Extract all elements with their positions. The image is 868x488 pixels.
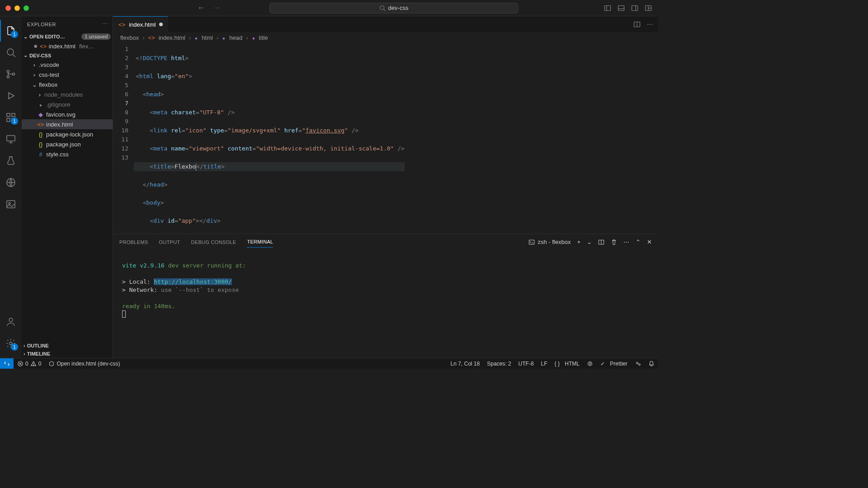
- eol-status[interactable]: LF: [538, 361, 551, 367]
- maximize-window-button[interactable]: [24, 5, 29, 11]
- indentation-status[interactable]: Spaces: 2: [483, 361, 514, 367]
- svg-rect-20: [12, 113, 15, 117]
- chevron-down-icon: ⌄: [32, 81, 37, 88]
- svg-rect-2: [605, 5, 611, 10]
- file-index-html[interactable]: <>index.html: [22, 119, 113, 129]
- close-window-button[interactable]: [5, 5, 11, 11]
- terminal-shell-label[interactable]: zsh - flexbox: [528, 239, 571, 245]
- open-editors-section[interactable]: ⌄ OPEN EDITO… 1 unsaved: [22, 32, 113, 41]
- debug-console-tab[interactable]: DEBUG CONSOLE: [191, 237, 236, 248]
- notifications-icon[interactable]: [645, 361, 658, 367]
- maximize-panel-icon[interactable]: ⌃: [636, 239, 641, 245]
- explorer-more-icon[interactable]: ⋯: [102, 21, 108, 27]
- terminal-more-icon[interactable]: ⋯: [623, 239, 629, 245]
- extensions-badge: 1: [11, 117, 18, 125]
- svg-line-44: [638, 363, 639, 364]
- settings-badge: 1: [11, 343, 18, 351]
- tab-filename: index.html: [129, 21, 156, 28]
- language-mode[interactable]: { } HTML: [551, 361, 583, 367]
- svg-marker-16: [9, 93, 14, 99]
- svg-rect-32: [529, 240, 534, 244]
- run-debug-activity-icon[interactable]: [0, 85, 22, 107]
- split-editor-icon[interactable]: [633, 21, 641, 28]
- accounts-activity-icon[interactable]: [0, 311, 22, 333]
- command-center-search[interactable]: dev-css: [269, 3, 518, 14]
- terminal-tab[interactable]: TERMINAL: [247, 236, 273, 248]
- encoding-status[interactable]: UTF-8: [515, 361, 538, 367]
- layout-sidebar-left-icon[interactable]: [604, 5, 611, 12]
- tab-index-html[interactable]: <> index.html: [113, 16, 168, 32]
- svg-rect-21: [7, 136, 15, 141]
- image-activity-icon[interactable]: [0, 193, 22, 215]
- window-controls: [0, 5, 34, 11]
- feedback-icon[interactable]: [631, 361, 645, 367]
- symbol-icon: ⬥: [194, 34, 198, 41]
- svg-point-28: [9, 318, 13, 322]
- remote-explorer-activity-icon[interactable]: [0, 128, 22, 150]
- layout-panel-bottom-icon[interactable]: [618, 5, 625, 12]
- folder-node-modules[interactable]: ›node_modules: [22, 89, 113, 99]
- chevron-down-icon: ⌄: [24, 52, 28, 58]
- edge-activity-icon[interactable]: [0, 172, 22, 193]
- minimize-window-button[interactable]: [14, 5, 20, 11]
- editor-more-icon[interactable]: ⋯: [647, 21, 653, 28]
- problems-tab[interactable]: PROBLEMS: [119, 237, 148, 248]
- file-style-css[interactable]: #style.css: [22, 149, 113, 159]
- breadcrumb[interactable]: flexbox› <>index.html› ⬥html› ⬥head› ⬥ti…: [113, 32, 658, 43]
- html-file-icon: <>: [37, 121, 44, 128]
- extensions-activity-icon[interactable]: 1: [0, 107, 22, 128]
- code-content: <!DOCTYPE html> <html lang="en"> <head> …: [136, 43, 405, 234]
- problems-status[interactable]: 0 0: [14, 361, 45, 367]
- code-editor[interactable]: 1 2 3 4 5 6 7 8 9 10 11 12 13 <!DOCTYPE …: [113, 43, 658, 234]
- editor-tabs: <> index.html ⋯: [113, 16, 658, 32]
- prettier-status[interactable]: ✓ Prettier: [597, 361, 631, 367]
- nav-back-button[interactable]: ←: [197, 3, 205, 13]
- timeline-section[interactable]: ›TIMELINE: [22, 350, 113, 358]
- svg-point-41: [589, 363, 591, 365]
- layout-sidebar-right-icon[interactable]: [631, 5, 638, 12]
- titlebar: ← → dev-css: [0, 0, 658, 16]
- folder-css-test[interactable]: ›css-test: [22, 70, 113, 80]
- svg-line-12: [13, 55, 16, 57]
- explorer-sidebar: EXPLORER ⋯ ⌄ OPEN EDITO… 1 unsaved ● <> …: [22, 16, 113, 358]
- kill-terminal-icon[interactable]: [611, 239, 617, 245]
- explorer-activity-icon[interactable]: 1: [0, 20, 22, 42]
- project-section[interactable]: ⌄ DEV-CSS: [22, 51, 113, 60]
- terminal-dropdown-icon[interactable]: ⌄: [587, 239, 592, 245]
- chevron-right-icon: ›: [32, 61, 37, 68]
- command-center-text: dev-css: [388, 5, 409, 11]
- search-activity-icon[interactable]: [0, 42, 22, 63]
- open-editor-filename: index.html: [49, 43, 75, 50]
- open-editor-item[interactable]: ● <> index.html flex…: [22, 41, 113, 51]
- cursor-position[interactable]: Ln 7, Col 18: [447, 361, 483, 367]
- svg-point-27: [9, 202, 10, 204]
- file-favicon[interactable]: ◆favicon.svg: [22, 109, 113, 119]
- nav-forward-button[interactable]: →: [212, 3, 221, 13]
- live-preview-icon[interactable]: [583, 361, 597, 367]
- new-terminal-icon[interactable]: +: [577, 239, 580, 245]
- terminal-cursor: [122, 310, 126, 318]
- chevron-right-icon: ›: [37, 91, 42, 98]
- open-file-status[interactable]: Open index.html (dev-css): [45, 361, 123, 367]
- output-tab[interactable]: OUTPUT: [159, 237, 180, 248]
- file-gitignore[interactable]: ⬥.gitignore: [22, 99, 113, 109]
- split-terminal-icon[interactable]: [598, 239, 604, 245]
- explorer-badge: 1: [11, 31, 18, 38]
- symbol-icon: ⬥: [222, 34, 226, 41]
- svg-point-11: [7, 49, 14, 55]
- settings-activity-icon[interactable]: 1: [0, 333, 22, 354]
- file-package-lock[interactable]: {}package-lock.json: [22, 129, 113, 139]
- svg-point-0: [380, 5, 384, 9]
- source-control-activity-icon[interactable]: [0, 63, 22, 85]
- file-package-json[interactable]: {}package.json: [22, 139, 113, 149]
- customize-layout-icon[interactable]: [645, 5, 652, 12]
- dirty-indicator-icon: [159, 23, 163, 26]
- terminal-content[interactable]: vite v2.9.16 dev server running at: > Lo…: [113, 250, 658, 358]
- folder-flexbox[interactable]: ⌄flexbox: [22, 80, 113, 89]
- close-panel-icon[interactable]: ✕: [647, 239, 652, 245]
- testing-activity-icon[interactable]: [0, 150, 22, 172]
- svg-rect-18: [7, 118, 10, 122]
- remote-indicator[interactable]: [0, 358, 14, 369]
- folder-vscode[interactable]: ›.vscode: [22, 60, 113, 70]
- outline-section[interactable]: ›OUTLINE: [22, 342, 113, 350]
